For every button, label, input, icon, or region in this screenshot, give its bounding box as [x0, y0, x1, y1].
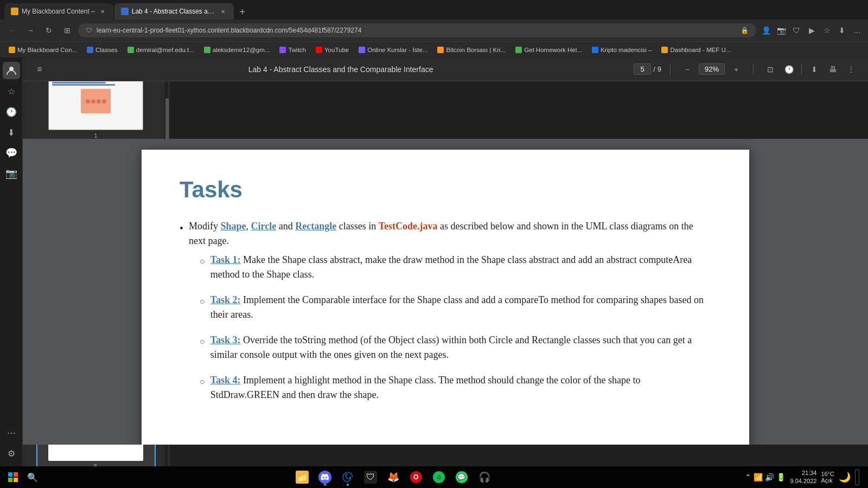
tab-close-1[interactable]: ✕ — [98, 7, 107, 16]
bookmark-dashboard[interactable]: Dashboard - MEF U... — [657, 45, 735, 55]
taskbar-antivirus[interactable]: 🛡 — [361, 467, 380, 487]
firefox-icon: 🦊 — [387, 471, 400, 484]
bm-label-9: Get Homework Hel... — [524, 47, 582, 53]
svg-rect-4 — [14, 478, 18, 482]
svg-rect-1 — [8, 472, 12, 477]
task-3-label[interactable]: Task 3: — [210, 335, 241, 345]
discord-active-indicator — [324, 484, 326, 486]
zoom-out-button[interactable]: − — [679, 61, 695, 78]
url-bar[interactable]: 🛡 learn-eu-central-1-prod-fleet01-xythos… — [78, 23, 756, 37]
wifi-icon[interactable]: 📶 — [754, 473, 763, 481]
bookmark-gethomework[interactable]: Get Homework Hel... — [511, 45, 586, 55]
sidebar-profile-icon[interactable] — [3, 62, 20, 79]
taskbar-headphones[interactable]: 🎧 — [475, 467, 494, 487]
sidebar-whatsapp-icon[interactable]: 💬 — [3, 144, 20, 162]
bookmark-classes[interactable]: Classes — [82, 45, 122, 55]
sidebar-downloads-icon[interactable]: ⬇ — [3, 124, 20, 141]
sub-task-1: ○ Task 1: Make the Shape class abstract,… — [200, 253, 711, 282]
weather-widget[interactable]: 16°C Açık — [821, 471, 834, 484]
downloads-icon[interactable]: ⬇ — [835, 24, 848, 37]
forward-button[interactable]: → — [23, 23, 38, 38]
taskbar-file-explorer[interactable]: 📁 — [292, 467, 312, 487]
bm-label-4: aleksdemir12@gm... — [213, 47, 270, 53]
taskbar-clock[interactable]: 21:34 9.04.2022 — [790, 469, 816, 486]
tab-lab4[interactable]: Lab 4 - Abstract Classes an... ✕ — [114, 3, 234, 20]
bookmark-demiral[interactable]: demiral@mef.edu.t... — [123, 45, 199, 55]
shape-link[interactable]: Shape — [221, 221, 246, 232]
taskbar-search-button[interactable]: 🔍 — [24, 468, 41, 486]
weather-temp: 16°C — [821, 471, 834, 477]
start-button[interactable] — [4, 468, 22, 486]
sidebar-favorites-icon[interactable]: ☆ — [3, 82, 20, 100]
zoom-input[interactable] — [699, 63, 725, 75]
whatsapp-icon-symbol: 💬 — [5, 147, 17, 159]
reload-button[interactable]: ↻ — [41, 23, 56, 38]
bm-favicon-7 — [359, 47, 365, 53]
taskbar-spotify[interactable]: ♫ — [429, 467, 449, 487]
testcode-link[interactable]: TestCode.java — [379, 221, 438, 232]
main-task-text: Modify Shape, Circle and Rectangle class… — [189, 219, 711, 413]
download-button[interactable]: ⬇ — [806, 61, 822, 78]
sidebar-history-icon[interactable]: 🕐 — [3, 103, 20, 120]
bm-favicon-10 — [592, 47, 598, 53]
extension-icon-2[interactable]: 📷 — [775, 24, 788, 37]
notification-bell[interactable] — [855, 469, 859, 485]
pdf-content-area[interactable]: Tasks • Modify Shape, Circle and Rectang… — [23, 139, 868, 445]
extension-icon-1[interactable]: 👤 — [760, 24, 773, 37]
bookmark-bitcoin[interactable]: Bitcoin Borsası | Kri... — [433, 45, 510, 55]
bm-favicon-11 — [661, 47, 668, 53]
taskbar-opera[interactable]: O — [406, 467, 426, 487]
sidebar-settings-icon[interactable]: ⚙ — [3, 445, 20, 462]
chevron-up-icon[interactable]: ⌃ — [745, 473, 751, 481]
pdf-navigation: / 9 — [634, 63, 661, 75]
moon-icon[interactable]: 🌙 — [839, 471, 851, 483]
more-options-button[interactable]: ⋮ — [843, 61, 859, 78]
tasks-heading: Tasks — [180, 177, 711, 203]
zoom-in-button[interactable]: + — [728, 61, 744, 78]
page-number-input[interactable] — [634, 63, 651, 75]
taskbar-firefox[interactable]: 🦊 — [384, 467, 403, 487]
history-button[interactable]: 🕐 — [781, 61, 797, 78]
edge-active-indicator — [347, 484, 349, 486]
back-button[interactable]: ← — [4, 23, 20, 38]
sub-task-2: ○ Task 2: Implement the Comparable inter… — [200, 293, 711, 322]
headphones-icon: 🎧 — [478, 471, 491, 484]
bm-favicon-2 — [87, 47, 93, 53]
spotify-icon: ♫ — [433, 471, 445, 483]
new-tab-button[interactable]: + — [235, 4, 250, 20]
hamburger-menu-button[interactable]: ≡ — [31, 61, 48, 78]
bookmark-youtube[interactable]: YouTube — [311, 45, 353, 55]
taskbar-discord[interactable] — [315, 467, 335, 487]
bookmark-myblackboard[interactable]: My Blackboard Con... — [4, 45, 81, 55]
task-1-label[interactable]: Task 1: — [210, 254, 241, 265]
sidebar-instagram-icon[interactable]: 📷 — [3, 165, 20, 182]
print-button[interactable]: 🖶 — [825, 61, 841, 78]
sidebar-more-icon[interactable]: ⋯ — [3, 424, 20, 441]
grid-button[interactable]: ⊞ — [60, 23, 75, 38]
taskbar-edge[interactable] — [338, 467, 358, 487]
battery-icon[interactable]: 🔋 — [776, 473, 786, 481]
main-area: ☆ 🕐 ⬇ 💬 📷 ⋯ ⚙ — [0, 57, 868, 466]
tab-close-2[interactable]: ✕ — [219, 7, 227, 16]
circle-link[interactable]: Circle — [251, 221, 277, 232]
bookmark-online-kurslar[interactable]: Online Kurslar - İste... — [354, 45, 432, 55]
task-4-label[interactable]: Task 4: — [210, 375, 241, 386]
task-2-label[interactable]: Task 2: — [210, 294, 241, 305]
extension-icon-4[interactable]: ▶ — [805, 24, 818, 37]
settings-icon[interactable]: … — [851, 24, 864, 37]
favorites-icon[interactable]: ☆ — [820, 24, 833, 37]
taskbar-whatsapp[interactable]: 💬 — [452, 467, 471, 487]
extension-icon-3[interactable]: 🛡 — [790, 24, 803, 37]
fit-page-button[interactable]: ⊡ — [762, 61, 778, 78]
tab-myblackboard[interactable]: My Blackboard Content – ✕ — [4, 3, 113, 20]
bookmark-kripto[interactable]: Kripto madencisi – — [588, 45, 656, 55]
file-explorer-icon: 📁 — [296, 471, 309, 484]
rectangle-link[interactable]: Rectangle — [295, 221, 336, 232]
bm-favicon-6 — [316, 47, 322, 53]
bookmark-aleks[interactable]: aleksdemir12@gm... — [200, 45, 275, 55]
print-icon: 🖶 — [829, 65, 837, 74]
volume-icon[interactable]: 🔊 — [765, 473, 774, 481]
bookmark-twitch[interactable]: Twitch — [275, 45, 310, 55]
antivirus-icon: 🛡 — [364, 471, 377, 484]
sub-task-list: ○ Task 1: Make the Shape class abstract,… — [189, 253, 711, 402]
